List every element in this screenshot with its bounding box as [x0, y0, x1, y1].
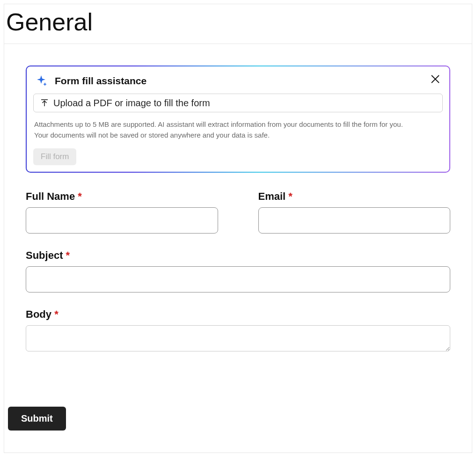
email-label: Email * — [258, 190, 451, 203]
submit-bar: Submit — [4, 407, 472, 431]
assistance-title: Form fill assistance — [55, 75, 146, 87]
form-fill-assistance-card: Form fill assistance — [26, 66, 450, 173]
full-name-field-block: Full Name * — [26, 190, 218, 234]
body-label: Body * — [26, 308, 450, 321]
assistance-help-line2: Your documents will not be saved or stor… — [34, 130, 443, 140]
required-mark: * — [78, 190, 82, 202]
upload-icon — [40, 99, 49, 107]
upload-prompt-text: Upload a PDF or image to fill the form — [53, 98, 210, 109]
subject-field-block: Subject * — [26, 249, 450, 292]
close-icon — [431, 74, 440, 85]
assistance-help-text: Attachments up to 5 MB are supported. AI… — [33, 119, 443, 141]
sparkle-icon — [36, 75, 48, 87]
submit-button[interactable]: Submit — [8, 407, 66, 431]
email-input[interactable] — [258, 207, 451, 234]
upload-document-field[interactable]: Upload a PDF or image to fill the form — [33, 94, 443, 112]
assistance-help-line1: Attachments up to 5 MB are supported. AI… — [34, 119, 443, 130]
body-field-block: Body * — [26, 308, 450, 353]
email-field-block: Email * — [258, 190, 451, 234]
form-container: General Form fill assistance — [4, 4, 472, 453]
required-mark: * — [54, 308, 59, 320]
full-name-label: Full Name * — [26, 190, 218, 203]
body-textarea[interactable] — [26, 325, 450, 351]
required-mark: * — [288, 190, 293, 202]
subject-input[interactable] — [26, 266, 450, 292]
required-mark: * — [66, 249, 70, 261]
fill-form-button[interactable]: Fill form — [33, 148, 76, 165]
fields-grid: Full Name * Email * Subject * — [26, 190, 450, 369]
page-title: General — [4, 4, 472, 44]
close-assistance-button[interactable] — [430, 74, 441, 85]
form-area: Form fill assistance — [4, 44, 472, 379]
subject-label: Subject * — [26, 249, 450, 262]
assistance-header: Form fill assistance — [33, 75, 443, 87]
full-name-input[interactable] — [26, 207, 218, 234]
